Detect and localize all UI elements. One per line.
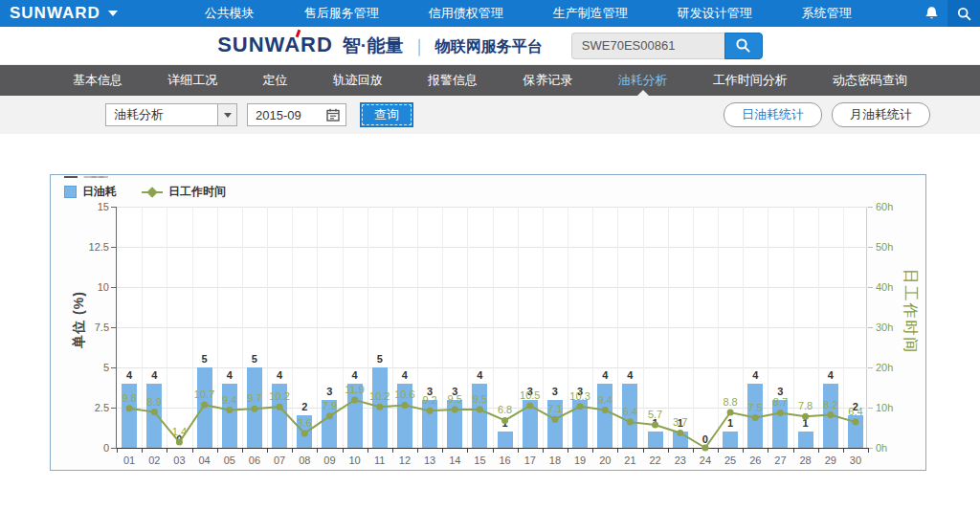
x-axis-label: 25 [718, 455, 744, 466]
right-axis-tick-label: 20h [876, 362, 893, 373]
plot-area: 02.557.51012.5150h10h20h30h40h50h60h4014… [116, 207, 867, 448]
brand-header: SUNWARD 智·能量 ｜ 物联网服务平台 [0, 27, 980, 65]
right-axis-tick [868, 367, 873, 368]
tab-工作时间分析[interactable]: 工作时间分析 [707, 65, 793, 96]
search-icon [957, 7, 971, 21]
right-axis-tick-label: 0h [876, 442, 887, 454]
work-hours-point[interactable] [551, 416, 558, 423]
line-value-label: 11.9 [345, 384, 365, 395]
line-value-label: 9.8 [122, 392, 136, 404]
x-axis-label: 11 [367, 455, 392, 466]
line-value-label: 6.8 [498, 404, 512, 415]
topnav-item[interactable]: 研发设计管理 [653, 0, 777, 27]
sunward-logo-text: SUNWARD [10, 4, 100, 23]
brand-logo-text: SUNWARD [217, 33, 333, 57]
x-axis-label: 19 [568, 455, 593, 466]
x-axis-label: 17 [517, 455, 543, 466]
left-axis-tick-label: 7.5 [77, 322, 109, 333]
work-hours-point[interactable] [627, 419, 634, 426]
line-value-label: 7.8 [798, 400, 813, 411]
work-hours-point[interactable] [727, 410, 734, 416]
device-search-button[interactable] [724, 33, 763, 59]
work-hours-point[interactable] [452, 407, 458, 413]
analysis-type-value: 油耗分析 [106, 104, 217, 125]
work-hours-point[interactable] [501, 417, 508, 424]
right-axis-tick [868, 327, 873, 328]
x-axis-label: 30 [842, 455, 868, 466]
work-hours-point[interactable] [376, 404, 383, 410]
line-value-label: 9.4 [222, 394, 236, 406]
left-axis-tick-label: 0 [77, 442, 109, 454]
work-hours-point[interactable] [602, 407, 609, 413]
work-hours-point[interactable] [827, 411, 834, 418]
right-axis-tick [868, 408, 873, 409]
left-axis-tick-label: 12.5 [77, 241, 109, 253]
work-hours-point[interactable] [326, 412, 333, 419]
x-axis-label: 12 [391, 455, 417, 466]
x-axis-label: 01 [117, 455, 143, 466]
work-hours-point[interactable] [652, 422, 658, 429]
work-hours-point[interactable] [577, 403, 584, 410]
line-value-label: 10.2 [369, 390, 390, 402]
topnav-item[interactable]: 生产制造管理 [528, 0, 653, 27]
tab-报警信息[interactable]: 报警信息 [422, 65, 483, 96]
work-hours-point[interactable] [201, 402, 208, 409]
work-hours-point[interactable] [752, 414, 759, 421]
section-tab-bar: 基本信息详细工况定位轨迹回放报警信息保养记录油耗分析工作时间分析动态密码查询 [0, 65, 980, 96]
line-value-label: 9.4 [598, 394, 612, 406]
daily-fuel-stat-button[interactable]: 日油耗统计 [724, 102, 822, 127]
work-hours-point[interactable] [251, 406, 257, 412]
tab-基本信息[interactable]: 基本信息 [67, 65, 128, 96]
work-hours-point[interactable] [427, 408, 434, 414]
line-value-label: 9.5 [473, 393, 487, 405]
line-value-label: 10.6 [394, 388, 414, 400]
tab-动态密码查询[interactable]: 动态密码查询 [827, 65, 913, 96]
line-value-label: 7.9 [323, 400, 337, 411]
x-axis-label: 02 [142, 455, 167, 466]
analysis-type-select[interactable]: 油耗分析 [105, 103, 237, 126]
monthly-fuel-stat-button[interactable]: 月油耗统计 [832, 102, 930, 127]
stat-mode-buttons: 日油耗统计 月油耗统计 [724, 102, 930, 127]
work-hours-point[interactable] [477, 407, 483, 413]
work-hours-point[interactable] [151, 409, 158, 415]
right-axis-tick [868, 207, 873, 208]
work-hours-point[interactable] [301, 430, 308, 436]
sunward-logo[interactable]: SUNWARD [10, 4, 118, 23]
top-navigation-bar: SUNWARD 公共模块售后服务管理信用债权管理生产制造管理研发设计管理系统管理 [0, 0, 980, 27]
work-hours-point[interactable] [126, 405, 133, 411]
topnav-item[interactable]: 信用债权管理 [404, 0, 528, 27]
x-axis-label: 06 [241, 455, 267, 466]
month-picker-field[interactable]: 2015-09 [247, 103, 346, 126]
work-hours-point[interactable] [526, 402, 533, 409]
right-axis-tick-label: 30h [876, 322, 893, 333]
x-axis-label: 23 [667, 455, 693, 466]
tab-保养记录[interactable]: 保养记录 [517, 65, 578, 96]
notification-bell-button[interactable] [915, 0, 947, 27]
topnav-item[interactable]: 系统管理 [777, 0, 877, 27]
work-hours-point[interactable] [226, 407, 233, 413]
work-hours-point[interactable] [702, 445, 708, 452]
tab-轨迹回放[interactable]: 轨迹回放 [327, 65, 389, 96]
tab-详细工况[interactable]: 详细工况 [162, 65, 223, 96]
search-icon [735, 37, 751, 54]
topnav-menu: 公共模块售后服务管理信用债权管理生产制造管理研发设计管理系统管理 [180, 0, 877, 27]
line-value-label: 6.4 [848, 406, 862, 417]
tab-定位[interactable]: 定位 [257, 65, 294, 96]
work-hours-point[interactable] [351, 397, 358, 404]
work-hours-point[interactable] [852, 419, 858, 426]
x-axis-label: 29 [817, 455, 843, 466]
work-hours-point[interactable] [401, 402, 408, 409]
x-axis-label: 10 [342, 455, 368, 466]
left-axis-tick-label: 2.5 [77, 402, 109, 413]
tab-油耗分析[interactable]: 油耗分析 [612, 65, 674, 96]
work-hours-point[interactable] [677, 430, 683, 436]
work-hours-point[interactable] [176, 439, 183, 446]
topnav-search-button[interactable] [947, 0, 980, 27]
work-hours-point[interactable] [277, 404, 283, 410]
query-button[interactable]: 查询 [360, 102, 413, 127]
topnav-item[interactable]: 公共模块 [180, 0, 279, 27]
work-hours-point[interactable] [777, 410, 784, 416]
device-search-input[interactable] [571, 33, 724, 59]
topnav-item[interactable]: 售后服务管理 [279, 0, 404, 27]
work-hours-point[interactable] [802, 413, 809, 420]
